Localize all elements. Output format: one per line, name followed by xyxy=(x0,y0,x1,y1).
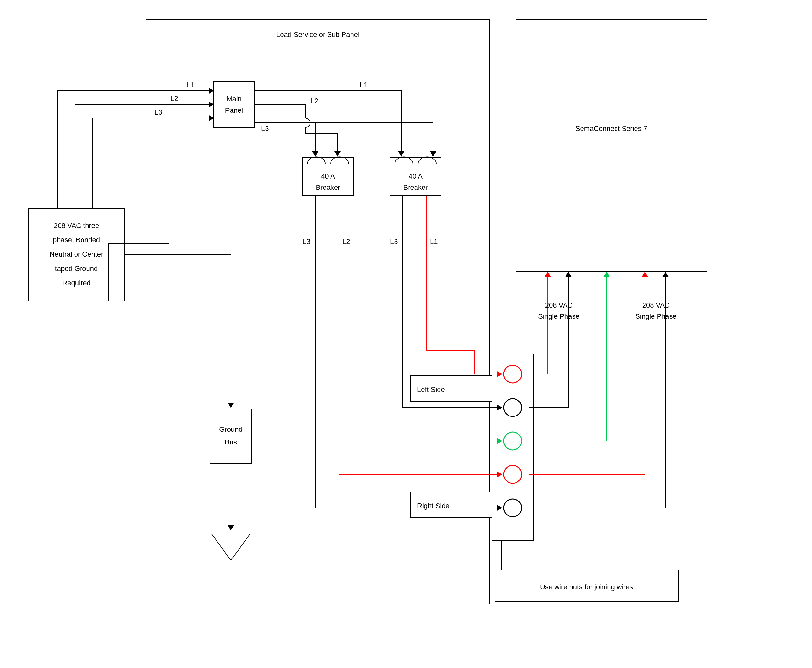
main-panel-l1: Main xyxy=(226,95,242,103)
terminal-4-red xyxy=(504,466,521,483)
device-box xyxy=(516,20,707,271)
panel-title: Load Service or Sub Panel xyxy=(276,30,359,38)
main-panel-box xyxy=(213,82,255,128)
breaker-b-l1: 40 A xyxy=(409,172,423,180)
source-line2: phase, Bonded xyxy=(53,236,100,244)
source-line3: Neutral or Center xyxy=(50,250,104,258)
terminal-2-black xyxy=(504,399,521,416)
vac-right-l1: 208 VAC xyxy=(642,301,670,309)
svg-marker-15 xyxy=(565,272,571,277)
terminal-5-black xyxy=(504,499,521,517)
label-brkB-L1: L1 xyxy=(430,237,438,245)
label-L1b: L1 xyxy=(360,81,368,89)
svg-marker-17 xyxy=(642,272,648,277)
breaker-b-l2: Breaker xyxy=(403,184,428,191)
breaker-a-l1: 40 A xyxy=(321,172,335,180)
ground-bus-l2: Bus xyxy=(225,438,237,446)
vac-left-l2: Single Phase xyxy=(538,312,580,320)
label-brkA-L3: L3 xyxy=(302,237,310,245)
device-label: SemaConnect Series 7 xyxy=(575,125,647,132)
source-line5: Required xyxy=(62,279,90,287)
source-line4: taped Ground xyxy=(55,265,98,272)
svg-marker-18 xyxy=(662,272,669,277)
vac-right-l2: Single Phase xyxy=(635,312,677,320)
ground-bus-l1: Ground xyxy=(219,425,242,433)
svg-marker-16 xyxy=(603,272,610,277)
label-L1a: L1 xyxy=(186,81,194,89)
source-line1: 208 VAC three xyxy=(54,222,99,230)
label-L3b: L3 xyxy=(261,125,269,132)
label-L2a: L2 xyxy=(170,95,178,102)
vac-left-l1: 208 VAC xyxy=(545,301,573,309)
wire-note-text: Use wire nuts for joining wires xyxy=(540,583,633,591)
left-side-label: Left Side xyxy=(417,386,445,394)
terminal-1-red xyxy=(504,365,521,383)
label-brkA-L2: L2 xyxy=(343,237,350,245)
label-L3a: L3 xyxy=(154,108,162,116)
label-brkB-L3: L3 xyxy=(390,237,398,245)
ground-bus-box xyxy=(210,409,252,463)
label-L2b: L2 xyxy=(311,97,318,105)
svg-marker-14 xyxy=(545,272,551,277)
wiring-diagram: Load Service or Sub Panel 208 VAC three … xyxy=(0,0,812,668)
breaker-a-l2: Breaker xyxy=(316,184,340,191)
terminal-3-green xyxy=(504,432,521,450)
wire-term2-dev xyxy=(529,277,568,407)
right-side-label: Right Side xyxy=(417,502,449,510)
main-panel-l2: Panel xyxy=(225,106,243,114)
